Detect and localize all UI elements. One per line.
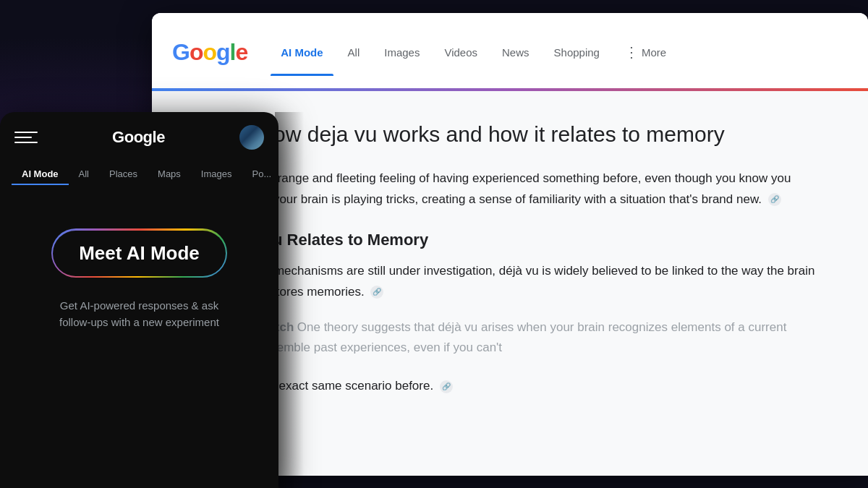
logo-o1: o: [190, 39, 203, 65]
desktop-nav-news[interactable]: News: [492, 40, 540, 64]
mobile-nav-all[interactable]: All: [69, 164, 99, 185]
ai-mode-button: Meet AI Mode: [53, 231, 226, 276]
panel-shadow: [275, 112, 304, 488]
desktop-nav-ai-mode[interactable]: AI Mode: [271, 40, 333, 64]
cite-icon-1: 🔗: [768, 193, 781, 206]
menu-line-3: [14, 142, 38, 143]
avatar-image: [239, 125, 264, 150]
desktop-nav: AI Mode All Images Videos News Shopping …: [271, 38, 848, 67]
mobile-subtitle: Get AI-powered responses & ask follow-up…: [46, 298, 234, 330]
mobile-nav-images[interactable]: Images: [191, 164, 242, 185]
mobile-nav: AI Mode All Places Maps Images Po...: [0, 158, 278, 191]
logo-g2: g: [216, 39, 230, 65]
cite-icon-2: 🔗: [370, 286, 383, 299]
logo-e: e: [235, 39, 247, 65]
logo-o2: o: [203, 39, 216, 65]
desktop-nav-all[interactable]: All: [338, 40, 370, 64]
menu-line-2: [14, 137, 32, 138]
google-logo-mobile: Google: [112, 128, 165, 147]
desktop-nav-images[interactable]: Images: [374, 40, 430, 64]
desktop-nav-videos[interactable]: Videos: [434, 40, 488, 64]
menu-line-1: [14, 132, 38, 133]
logo-g: G: [172, 39, 190, 65]
ai-mode-button-wrapper[interactable]: Meet AI Mode: [51, 228, 228, 278]
google-logo-desktop: Google: [172, 39, 247, 66]
mobile-logo-text: Google: [112, 128, 165, 146]
mobile-header: Google: [0, 112, 278, 158]
mobile-nav-places[interactable]: Places: [99, 164, 148, 185]
mobile-panel: Google AI Mode All Places Maps Images Po…: [0, 112, 278, 488]
cite-icon-3: 🔗: [440, 380, 453, 393]
more-label: More: [642, 46, 666, 59]
desktop-nav-more[interactable]: ⋮ More: [614, 38, 676, 67]
desktop-header: Google AI Mode All Images Videos News Sh…: [152, 13, 868, 91]
more-dots-icon: ⋮: [624, 43, 639, 61]
mobile-avatar[interactable]: [239, 125, 264, 150]
mobile-nav-maps[interactable]: Maps: [148, 164, 191, 185]
mobile-content: Meet AI Mode Get AI-powered responses & …: [0, 191, 278, 348]
hamburger-menu-icon[interactable]: [14, 126, 38, 149]
mobile-nav-more[interactable]: Po...: [242, 164, 278, 185]
mobile-nav-ai-mode[interactable]: AI Mode: [12, 164, 69, 185]
desktop-nav-shopping[interactable]: Shopping: [544, 40, 610, 64]
